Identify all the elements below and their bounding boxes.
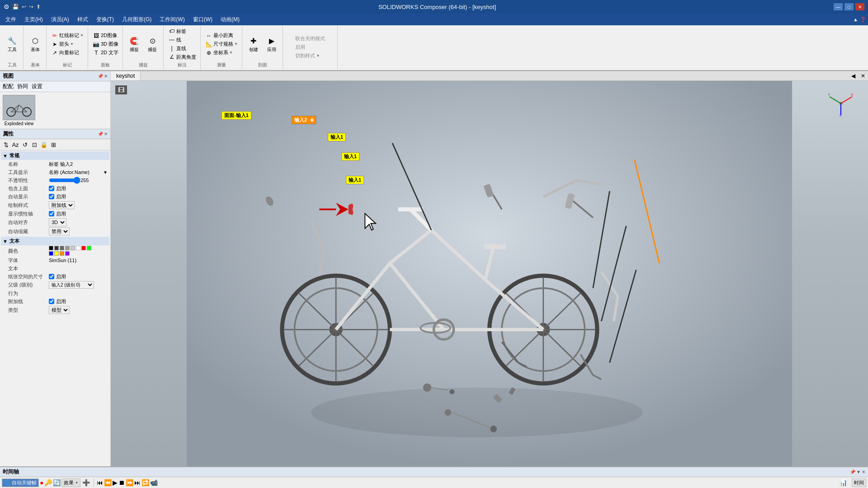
color-white[interactable] (76, 246, 80, 250)
loop-section-btn[interactable]: 🔁 (142, 479, 149, 486)
ribbon-btn-cut[interactable]: 切割样式 ▼ (294, 52, 326, 60)
help-icon[interactable]: ❓ (860, 17, 866, 23)
timeline-close-btn[interactable]: ✕ (862, 469, 865, 474)
tooltip-dropdown[interactable]: ▼ (103, 170, 108, 175)
prop-filter-btn[interactable]: ⊡ (30, 141, 38, 149)
opacity-slider[interactable] (49, 177, 80, 184)
papersize-checkbox[interactable] (49, 274, 54, 279)
step-fwd-btn[interactable]: ⏩ (126, 479, 133, 486)
quick-undo[interactable]: ↩ (22, 4, 26, 10)
ribbon-btn-snap[interactable]: 🧲 捕捉 (126, 35, 142, 54)
auto-hide-select[interactable]: 禁用 (49, 227, 70, 235)
menu-animation[interactable]: 动画(M) (217, 15, 243, 24)
color-blue[interactable] (49, 251, 53, 256)
viewport[interactable]: 🎞 X Y Z (111, 81, 868, 466)
color-dark[interactable] (54, 246, 59, 250)
color-gray[interactable] (60, 246, 64, 250)
view-tab-settings[interactable]: 设置 (32, 83, 42, 90)
prop-reset-btn[interactable]: ↺ (21, 141, 29, 149)
parent-select[interactable]: 输入2 (级别 0) (49, 281, 94, 289)
prop-section-general-header[interactable]: ▼ 常规 (1, 151, 109, 160)
menu-window[interactable]: 窗口(W) (189, 15, 216, 24)
effects-dropdown[interactable]: ▼ (75, 481, 78, 485)
ribbon-btn-straight[interactable]: | 直线 (167, 44, 198, 52)
ribbon-btn-arrow[interactable]: ➤ 箭头 ▼ (50, 40, 85, 48)
viewport-close-btn[interactable]: ✕ (858, 72, 868, 80)
record-btn[interactable]: ● (40, 479, 43, 486)
arrow-dropdown[interactable]: ▼ (70, 42, 74, 46)
menu-home[interactable]: 主页(H) (21, 15, 47, 24)
ribbon-btn-tag[interactable]: 🏷 标签 (167, 27, 198, 35)
ribbon-collapse[interactable]: ▲ (853, 17, 858, 22)
prop-close-btn[interactable]: ✕ (104, 131, 108, 136)
ribbon-btn-coord[interactable]: ⊕ 坐标系 ▼ (204, 49, 239, 57)
viewport-expand-btn[interactable]: ◀ (849, 72, 858, 80)
scene-label-input1-1[interactable]: 输入1 (328, 133, 346, 141)
redline-dropdown[interactable]: ▼ (80, 33, 84, 38)
view-close-btn[interactable]: ✕ (104, 74, 108, 79)
addline-checkbox[interactable] (49, 299, 54, 304)
include-checkbox[interactable] (49, 186, 54, 191)
auto-show-checkbox[interactable] (49, 194, 54, 199)
scene-label-input1-2[interactable]: 输入1 (341, 152, 359, 161)
ribbon-btn-min-dist[interactable]: ↔ 最小距离 (204, 32, 239, 40)
ribbon-btn-apply-active[interactable]: 启用 (294, 43, 326, 51)
input2-settings-icon[interactable]: ⊕ (310, 117, 314, 122)
ribbon-btn-line[interactable]: — 线 (167, 36, 198, 44)
prev-keyframe-btn[interactable]: ⏮ (97, 479, 103, 486)
close-button[interactable]: ✕ (855, 3, 864, 10)
timeline-expand-btn[interactable]: 📊 (840, 479, 847, 486)
quick-redo[interactable]: ↪ (29, 4, 33, 10)
ribbon-btn-vector[interactable]: ↗ 向量标记 (50, 49, 85, 57)
color-lgray[interactable] (65, 246, 70, 250)
ribbon-btn-joint-close[interactable]: 联合关闭模式 (294, 35, 326, 42)
prop-section-text-header[interactable]: ▼ 文本 (1, 237, 109, 245)
timeline-pin-btn[interactable]: 📌 (850, 469, 855, 474)
ribbon-btn-2dimg2[interactable]: 📷 3D 图像 (91, 40, 120, 48)
ribbon-btn-create[interactable]: ✚ 创建 (245, 35, 262, 54)
ribbon-btn-tools[interactable]: 🔧 工具 (4, 35, 20, 54)
scene-label-input2[interactable]: 输入2 ⊕ (292, 116, 316, 124)
stop-btn[interactable]: ⏹ (118, 479, 125, 486)
scene-label-mianmian[interactable]: 面面-输入1 (222, 111, 251, 120)
timeline-mode-btn[interactable]: 时间 (852, 479, 866, 487)
prop-az-btn[interactable]: Az (11, 141, 19, 149)
prop-pin-btn[interactable]: 📌 (98, 131, 103, 136)
color-orange[interactable] (60, 251, 64, 256)
ribbon-btn-base[interactable]: ⬡ 基体 (27, 35, 43, 54)
loop-btn[interactable]: 🔄 (53, 479, 61, 486)
quick-save[interactable]: 💾 (12, 4, 19, 10)
color-yellow[interactable] (54, 251, 59, 256)
ribbon-btn-apply[interactable]: ▶ 应用 (264, 35, 280, 54)
auto-keyframe-btn[interactable]: 自动关键帧 (2, 479, 39, 487)
ribbon-btn-snap2[interactable]: ⊙ 捕捉 (144, 35, 160, 54)
view-tab-collab[interactable]: 协同 (17, 83, 28, 90)
color-purple[interactable] (65, 251, 70, 256)
menu-actor[interactable]: 演员(A) (47, 15, 73, 24)
keyframe-btn[interactable]: 🔑 (44, 479, 52, 486)
next-keyframe-btn[interactable]: ⏭ (134, 479, 141, 486)
maximize-button[interactable]: □ (844, 3, 854, 10)
color-green[interactable] (87, 246, 91, 250)
play-btn[interactable]: ▶ (113, 479, 118, 486)
view-tab-layout[interactable]: 配配 (3, 83, 14, 90)
quick-up[interactable]: ⬆ (36, 4, 41, 10)
camera-btn[interactable]: 📹 (150, 479, 158, 486)
menu-workshop[interactable]: 工作间(W) (156, 15, 188, 24)
menu-geometry[interactable]: 几何图形(G) (118, 15, 155, 24)
view-pin-btn[interactable]: 📌 (98, 74, 103, 79)
ribbon-btn-2dtext[interactable]: T 2D 文字 (91, 49, 120, 57)
inertia-checkbox[interactable] (49, 211, 54, 216)
viewport-tab-keyshot[interactable]: keyshot (111, 71, 141, 80)
prop-lock-btn[interactable]: 🔒 (40, 141, 48, 149)
draw-style-select[interactable]: 附加线 (49, 201, 75, 209)
menu-style[interactable]: 样式 (74, 15, 92, 24)
ribbon-btn-dim-spec[interactable]: 📐 尺寸规格 ▼ (204, 40, 239, 48)
ribbon-btn-redline[interactable]: ✏ 红线标记 ▼ (50, 32, 85, 40)
prop-sort-btn[interactable]: ⇅ (2, 141, 10, 149)
ribbon-btn-2dimg[interactable]: 🖼 2D图像 (91, 32, 120, 40)
type-select[interactable]: 模型 (49, 306, 70, 314)
menu-transform[interactable]: 变换(T) (93, 15, 118, 24)
effects-btn[interactable]: 效果 ▼ (61, 479, 80, 487)
scene-label-input1-3[interactable]: 输入1 (346, 176, 364, 184)
